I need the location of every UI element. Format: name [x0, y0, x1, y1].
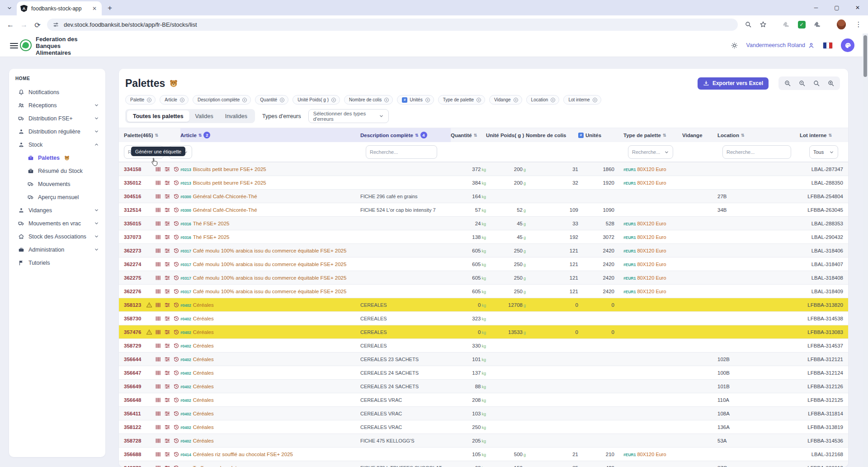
- extension-muted-icon[interactable]: [781, 20, 790, 29]
- history-icon[interactable]: [173, 166, 179, 172]
- column-header-unit-poids-g-[interactable]: # Unité Poids( g ) ⇅: [486, 128, 526, 142]
- history-icon[interactable]: [173, 451, 179, 457]
- remove-chip-icon[interactable]: [592, 97, 598, 103]
- table-row[interactable]: 312514 #0300Général Café-Chicorée-Thé FI…: [119, 203, 848, 216]
- palette-id[interactable]: 335015: [119, 221, 146, 226]
- palette-id[interactable]: 356647: [119, 370, 146, 376]
- table-row[interactable]: 362274 #0317Café moulu 100% arabica issu…: [119, 257, 848, 271]
- sidebar-item-distribution-r-guli-re[interactable]: Distribution régulière: [15, 125, 101, 138]
- palette-id[interactable]: 356411: [119, 411, 146, 416]
- sliders-edit-icon[interactable]: [164, 451, 170, 457]
- sidebar-item-notifications[interactable]: Notifications: [15, 86, 101, 99]
- refresh-button[interactable]: ⟳: [32, 19, 43, 31]
- barcode-label-icon[interactable]: [155, 410, 161, 417]
- history-icon[interactable]: [173, 193, 179, 200]
- column-header-palette-465-[interactable]: # Palette(465) ⇅: [119, 128, 180, 142]
- column-header-vidange[interactable]: # Vidange ⇅: [682, 128, 711, 142]
- remove-chip-icon[interactable]: [331, 97, 336, 103]
- barcode-label-icon[interactable]: [155, 356, 161, 362]
- sliders-edit-icon[interactable]: [164, 166, 170, 172]
- chip-unit-s[interactable]: # Unités: [397, 95, 434, 105]
- table-row[interactable]: 356688 #0414Céréales riz soufflé au choc…: [119, 447, 848, 461]
- table-row[interactable]: 358728 #0402Céréales FICHE 475 KELLOGG'S…: [119, 434, 848, 447]
- sliders-edit-icon[interactable]: [164, 438, 170, 444]
- barcode-label-icon[interactable]: [155, 451, 161, 457]
- history-icon[interactable]: [173, 220, 179, 227]
- sort-icon[interactable]: ⇅: [663, 133, 666, 138]
- barcode-label-icon[interactable]: [155, 315, 161, 322]
- extension-check-icon[interactable]: ✓: [797, 20, 806, 29]
- sidebar-item-distribution-fse-[interactable]: Distribution FSE+: [15, 112, 101, 125]
- sliders-edit-icon[interactable]: [164, 370, 170, 376]
- sliders-edit-icon[interactable]: [164, 356, 170, 362]
- table-row[interactable]: 362273 #0317Café moulu 100% arabica issu…: [119, 243, 848, 257]
- sliders-edit-icon[interactable]: [164, 383, 170, 390]
- column-header-lot-interne[interactable]: # Lot interne ⇅: [800, 128, 848, 142]
- sliders-edit-icon[interactable]: [164, 315, 170, 322]
- barcode-label-icon[interactable]: [155, 275, 161, 281]
- sliders-edit-icon[interactable]: [164, 180, 170, 186]
- lot-filter-select[interactable]: Tous: [809, 145, 838, 159]
- table-row[interactable]: 362275 #0317Café moulu 100% arabica issu…: [119, 271, 848, 284]
- barcode-label-icon[interactable]: [155, 261, 161, 267]
- chip-location[interactable]: # Location: [526, 95, 560, 105]
- chip-nombre-de-colis[interactable]: # Nombre de colis: [344, 95, 393, 105]
- sort-icon[interactable]: ⇅: [828, 133, 832, 138]
- table-row[interactable]: 356644 #0402Céréales CEREALES 23 SACHETS…: [119, 352, 848, 366]
- palette-id[interactable]: 358729: [119, 343, 146, 348]
- language-flag-fr[interactable]: [823, 42, 833, 49]
- zoom-out-icon[interactable]: [781, 78, 794, 89]
- new-tab-button[interactable]: +: [108, 4, 112, 13]
- history-icon[interactable]: [173, 248, 179, 254]
- barcode-label-icon[interactable]: [155, 207, 161, 213]
- tab-toutes-les-palettes[interactable]: Toutes les palettes: [127, 110, 189, 122]
- remove-chip-icon[interactable]: [476, 97, 481, 103]
- table-row[interactable]: 356649 #0402Céréales CEREALES 24 SACHETS…: [119, 379, 848, 393]
- history-icon[interactable]: [173, 261, 179, 267]
- sidebar-item-administration[interactable]: Administration: [15, 243, 101, 256]
- window-close-button[interactable]: ✕: [847, 0, 868, 15]
- sidebar-item-vidanges[interactable]: Vidanges: [15, 204, 101, 217]
- history-icon[interactable]: [173, 397, 179, 403]
- table-row[interactable]: 335012 #0213Biscuits petit beurre FSE+ 2…: [119, 176, 848, 189]
- sort-icon[interactable]: ⇅: [415, 133, 419, 138]
- barcode-label-icon[interactable]: [155, 397, 161, 403]
- tab-close-icon[interactable]: ✕: [91, 5, 98, 12]
- palette-type-filter-select[interactable]: Recherche...: [628, 145, 673, 159]
- barcode-label-icon[interactable]: [155, 329, 161, 335]
- zoom-out-alt-icon[interactable]: [796, 78, 808, 89]
- remove-chip-icon[interactable]: [179, 97, 185, 103]
- export-excel-button[interactable]: Exporter vers Excel: [698, 77, 769, 90]
- sort-icon[interactable]: ⇅: [155, 133, 159, 138]
- tab-valides[interactable]: Valides: [189, 110, 219, 122]
- palette-id[interactable]: 358728: [119, 438, 146, 443]
- sidebar-item-stock[interactable]: Stock: [15, 138, 101, 151]
- history-icon[interactable]: [173, 438, 179, 444]
- location-filter-input[interactable]: [722, 145, 791, 159]
- remove-chip-icon[interactable]: [425, 97, 430, 103]
- palette-id[interactable]: 356649: [119, 384, 146, 389]
- chip-quantit-[interactable]: # Quantité: [255, 95, 288, 105]
- history-icon[interactable]: [173, 315, 179, 322]
- tab-search-button[interactable]: [4, 3, 15, 13]
- barcode-label-icon[interactable]: [155, 343, 161, 349]
- sliders-edit-icon[interactable]: [164, 329, 170, 335]
- sidebar-item-aper-u-mensuel[interactable]: Aperçu mensuel: [15, 191, 101, 204]
- column-header-unit-s[interactable]: # Unités ⇅: [578, 128, 614, 142]
- window-maximize-button[interactable]: ▢: [826, 0, 847, 15]
- column-header-type-de-palette[interactable]: # Type de palette ⇅: [614, 128, 682, 142]
- chip-lot-interne[interactable]: # Lot interne: [563, 95, 601, 105]
- sidebar-item-mouvements[interactable]: Mouvements: [15, 177, 101, 191]
- sliders-edit-icon[interactable]: [164, 343, 170, 349]
- description-filter-input[interactable]: [366, 145, 437, 159]
- sliders-edit-icon[interactable]: [164, 207, 170, 213]
- table-row[interactable]: 304516 #0300Général Café-Chicorée-Thé FI…: [119, 189, 848, 203]
- table-row[interactable]: 362276 #0317Café moulu 100% arabica issu…: [119, 284, 848, 298]
- palette-id[interactable]: 357476: [119, 329, 146, 335]
- palette-id[interactable]: 334158: [119, 167, 146, 172]
- chip-vidange[interactable]: # Vidange: [489, 95, 522, 105]
- table-row[interactable]: 358730 #0402Céréales CEREALES 323kg LFBB…: [119, 311, 848, 325]
- profile-avatar[interactable]: [837, 20, 846, 29]
- sidebar-item-tutoriels[interactable]: Tutoriels: [15, 256, 101, 269]
- remove-chip-icon[interactable]: [242, 97, 247, 103]
